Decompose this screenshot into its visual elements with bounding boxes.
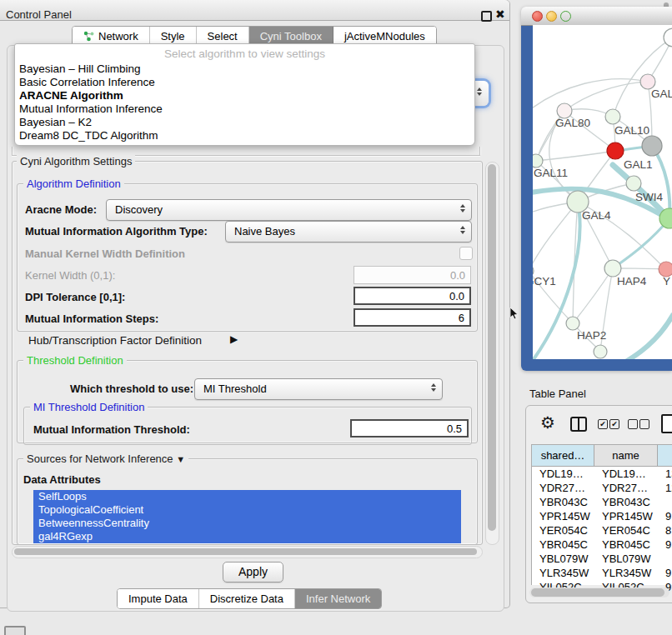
dpi-tolerance-input[interactable] xyxy=(354,287,471,305)
table-cell[interactable]: YBL079W xyxy=(594,552,658,566)
network-node[interactable] xyxy=(533,154,543,168)
algorithm-option[interactable]: Mutual Information Inference xyxy=(15,102,474,116)
network-node[interactable] xyxy=(642,136,662,156)
checked-checkbox-icon[interactable]: ✔ xyxy=(598,419,608,429)
table-settings-gear-icon[interactable]: ⚙ xyxy=(540,412,555,432)
float-window-icon[interactable] xyxy=(481,11,492,22)
apply-button[interactable]: Apply xyxy=(223,562,283,582)
close-traffic-light[interactable] xyxy=(532,11,543,22)
table-cell[interactable]: 9. xyxy=(658,566,672,580)
network-edge[interactable] xyxy=(533,202,578,271)
minimize-traffic-light[interactable] xyxy=(546,11,557,22)
network-node[interactable] xyxy=(605,109,620,124)
settings-horizontal-scrollbar[interactable] xyxy=(12,546,483,558)
table-cell[interactable]: YER054C xyxy=(532,523,594,538)
data-attributes-list[interactable]: SelfLoopsTopologicalCoefficientBetweenne… xyxy=(33,490,461,543)
table-panel-title: Table Panel xyxy=(529,388,586,400)
table-cell[interactable] xyxy=(658,552,672,566)
bottom-tab-impute-data[interactable]: Impute Data xyxy=(118,589,199,608)
table-column-header[interactable]: name xyxy=(594,445,658,467)
table-cell[interactable]: 8. xyxy=(658,523,672,538)
table-cell[interactable]: 9. xyxy=(658,509,672,523)
table-cell[interactable]: YLR345W xyxy=(594,566,658,580)
which-threshold-combo[interactable]: MI Threshold xyxy=(194,378,443,400)
mi-threshold-title: MI Threshold Definition xyxy=(30,401,148,413)
table-cell[interactable] xyxy=(658,495,672,509)
network-edge[interactable] xyxy=(536,151,615,161)
checked-checkbox-icon[interactable]: ✔ xyxy=(609,419,619,429)
table-row[interactable]: YER054CYER054C8. xyxy=(532,523,672,538)
table-column-header[interactable]: A xyxy=(658,445,672,467)
mi-threshold-input[interactable] xyxy=(350,419,469,438)
table-cell[interactable]: 13 xyxy=(658,467,672,481)
algorithm-definition-title: Algorithm Definition xyxy=(23,178,124,190)
table-cell[interactable]: YBR045C xyxy=(594,538,658,552)
unchecked-checkbox-icon[interactable] xyxy=(639,419,649,429)
network-node[interactable] xyxy=(566,317,579,330)
network-node[interactable] xyxy=(664,28,672,47)
algorithm-option[interactable]: ARACNE Algorithm xyxy=(15,89,474,102)
settings-vertical-scrollbar[interactable] xyxy=(485,162,499,545)
bottom-tab-discretize-data[interactable]: Discretize Data xyxy=(199,589,295,608)
table-cell[interactable]: YDR27… xyxy=(532,481,594,495)
table-cell[interactable]: YBL079W xyxy=(532,552,594,566)
data-attribute-item[interactable]: SelfLoops xyxy=(33,490,461,503)
aracne-mode-combo[interactable]: Discovery xyxy=(106,199,472,221)
table-column-header[interactable]: shared… xyxy=(532,445,594,467)
algorithm-option[interactable]: Bayesian – K2 xyxy=(15,116,474,129)
table-row[interactable]: YPR145WYPR145W9. xyxy=(532,509,672,523)
network-node[interactable] xyxy=(626,176,641,191)
network-edge[interactable] xyxy=(573,268,613,323)
unchecked-checkbox-icon[interactable] xyxy=(628,419,638,429)
table-cell[interactable]: YBR043C xyxy=(594,495,658,509)
expand-arrow-icon[interactable]: ▶ xyxy=(230,333,238,345)
table-row[interactable]: YDR27…YDR27…12 xyxy=(532,481,672,495)
table-row[interactable]: YBL079WYBL079W xyxy=(532,552,672,566)
data-attribute-item[interactable]: BetweennessCentrality xyxy=(33,517,461,530)
table-cell[interactable]: YDR27… xyxy=(594,481,658,495)
network-edge-highlighted[interactable] xyxy=(613,218,669,268)
manual-kernel-checkbox[interactable] xyxy=(459,247,473,260)
column-layout-icon[interactable] xyxy=(570,417,587,432)
close-icon[interactable]: ✖ xyxy=(495,8,505,21)
table-cell[interactable]: YDL19… xyxy=(532,467,594,481)
data-attribute-item[interactable]: TopologicalCoefficient xyxy=(33,503,461,517)
table-cell[interactable]: YER054C xyxy=(594,523,658,538)
algorithm-option[interactable]: Bayesian – Hill Climbing xyxy=(15,62,474,76)
sources-title[interactable]: Sources for Network Inference ▼ xyxy=(23,452,188,465)
network-node[interactable] xyxy=(604,260,621,277)
table-cell[interactable]: 12 xyxy=(658,481,672,495)
table-cell[interactable]: YLR345W xyxy=(532,566,594,580)
kernel-width-input[interactable] xyxy=(354,266,471,284)
zoom-traffic-light[interactable] xyxy=(560,11,571,22)
network-node[interactable] xyxy=(607,142,624,159)
control-panel-titlebar[interactable] xyxy=(0,0,509,21)
bottom-tab-infer-network[interactable]: Infer Network xyxy=(295,589,381,608)
table-row[interactable]: YBR045CYBR045C9. xyxy=(532,538,672,552)
table-horizontal-scrollbar[interactable] xyxy=(529,588,669,598)
table-cell[interactable]: YBR043C xyxy=(532,495,594,509)
algorithm-option[interactable]: Basic Correlation Inference xyxy=(15,76,474,89)
table-cell[interactable]: YBR045C xyxy=(532,538,594,552)
hub-definition-label[interactable]: Hub/Transcription Factor Definition xyxy=(28,334,202,347)
table-cell[interactable]: YDL19… xyxy=(594,467,658,481)
table-row[interactable]: YBR043CYBR043C xyxy=(532,495,672,509)
network-window-titlebar[interactable] xyxy=(521,7,672,26)
mi-algorithm-type-combo[interactable]: Naive Bayes xyxy=(225,221,472,242)
page-icon[interactable] xyxy=(661,414,672,433)
data-attribute-item[interactable]: gal4RGexp xyxy=(33,530,461,543)
network-node[interactable] xyxy=(594,345,607,358)
threshold-definition-title: Threshold Definition xyxy=(23,354,127,367)
algorithm-option[interactable]: Dream8 DC_TDC Algorithm xyxy=(15,129,474,142)
table-cell[interactable]: YPR145W xyxy=(594,509,658,523)
network-edge[interactable] xyxy=(533,79,648,117)
mi-steps-input[interactable] xyxy=(354,308,471,327)
table-row[interactable]: YDL19…YDL19…13 xyxy=(532,467,672,481)
table-cell[interactable]: YPR145W xyxy=(532,509,594,523)
network-canvas[interactable]: GALGAL80GAL10GAL1GAL11SWI4GAL4GCY1HAP4YH… xyxy=(533,25,672,359)
table-cell[interactable]: 9. xyxy=(658,538,672,552)
minimized-panel-icon[interactable] xyxy=(4,626,26,635)
network-edge-highlighted[interactable] xyxy=(617,315,672,359)
node-attribute-table: shared…nameA YDL19…YDL19…13YDR27…YDR27…1… xyxy=(531,444,672,585)
table-row[interactable]: YLR345WYLR345W9. xyxy=(532,566,672,580)
